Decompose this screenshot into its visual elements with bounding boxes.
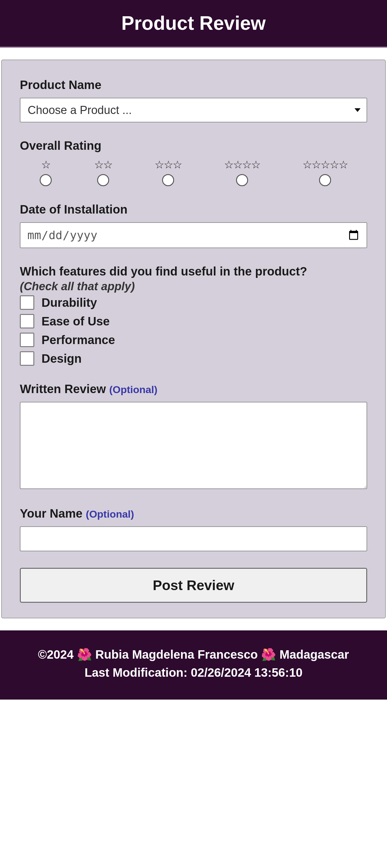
- written-review-label: Written Review (Optional): [20, 382, 367, 396]
- install-date-label: Date of Installation: [20, 203, 367, 216]
- your-name-optional: (Optional): [86, 508, 134, 520]
- post-review-button[interactable]: Post Review: [20, 568, 367, 603]
- install-date-group: Date of Installation: [20, 203, 367, 248]
- rating-option-2: ☆☆: [94, 158, 112, 186]
- overall-rating-group: Overall Rating ☆ ☆☆ ☆☆☆ ☆☆☆☆: [20, 139, 367, 186]
- rating-options-row: ☆ ☆☆ ☆☆☆ ☆☆☆☆ ☆☆☆☆☆: [20, 158, 367, 186]
- rating-radio-5[interactable]: [319, 174, 331, 186]
- footer-copyright: ©2024 🌺 Rubia Magdelena Francesco 🌺 Mada…: [9, 645, 378, 663]
- rating-option-5: ☆☆☆☆☆: [302, 158, 348, 186]
- rating-radio-1[interactable]: [40, 174, 52, 186]
- feature-label-performance: Performance: [41, 333, 115, 347]
- footer-modified: Last Modification: 02/26/2024 13:56:10: [9, 663, 378, 682]
- feature-checkbox-performance[interactable]: [20, 333, 34, 347]
- features-subtext: (Check all that apply): [20, 280, 367, 293]
- feature-row-performance: Performance: [20, 333, 367, 347]
- stars-3-icon: ☆☆☆: [155, 158, 182, 171]
- feature-checkbox-durability[interactable]: [20, 296, 34, 310]
- features-label: Which features did you find useful in th…: [20, 265, 367, 278]
- page-title: Product Review: [6, 12, 381, 34]
- feature-row-ease: Ease of Use: [20, 314, 367, 329]
- install-date-input[interactable]: [20, 222, 367, 248]
- main-content: Product Name Choose a Product ... Overal…: [0, 48, 387, 630]
- rating-radio-3[interactable]: [162, 174, 174, 186]
- product-name-group: Product Name Choose a Product ...: [20, 78, 367, 122]
- review-form: Product Name Choose a Product ... Overal…: [1, 60, 386, 618]
- your-name-input[interactable]: [20, 526, 367, 551]
- feature-checkbox-ease[interactable]: [20, 314, 34, 329]
- written-review-textarea[interactable]: [20, 402, 367, 489]
- written-review-group: Written Review (Optional): [20, 382, 367, 490]
- product-select[interactable]: Choose a Product ...: [20, 98, 367, 122]
- rating-option-1: ☆: [40, 158, 52, 186]
- rating-radio-4[interactable]: [236, 174, 248, 186]
- feature-label-ease: Ease of Use: [41, 315, 110, 328]
- stars-4-icon: ☆☆☆☆: [224, 158, 260, 171]
- feature-row-design: Design: [20, 351, 367, 366]
- product-name-label: Product Name: [20, 78, 367, 92]
- written-review-optional: (Optional): [109, 384, 158, 395]
- feature-checkbox-design[interactable]: [20, 351, 34, 366]
- rating-radio-2[interactable]: [97, 174, 109, 186]
- stars-2-icon: ☆☆: [94, 158, 112, 171]
- feature-row-durability: Durability: [20, 296, 367, 310]
- stars-5-icon: ☆☆☆☆☆: [302, 158, 348, 171]
- rating-option-4: ☆☆☆☆: [224, 158, 260, 186]
- page-header: Product Review: [0, 0, 387, 48]
- feature-label-durability: Durability: [41, 296, 97, 309]
- feature-label-design: Design: [41, 352, 82, 365]
- stars-1-icon: ☆: [41, 158, 50, 171]
- your-name-group: Your Name (Optional): [20, 507, 367, 551]
- rating-option-3: ☆☆☆: [155, 158, 182, 186]
- overall-rating-label: Overall Rating: [20, 139, 367, 153]
- page-footer: ©2024 🌺 Rubia Magdelena Francesco 🌺 Mada…: [0, 630, 387, 700]
- features-group: Which features did you find useful in th…: [20, 265, 367, 366]
- your-name-label: Your Name (Optional): [20, 507, 367, 520]
